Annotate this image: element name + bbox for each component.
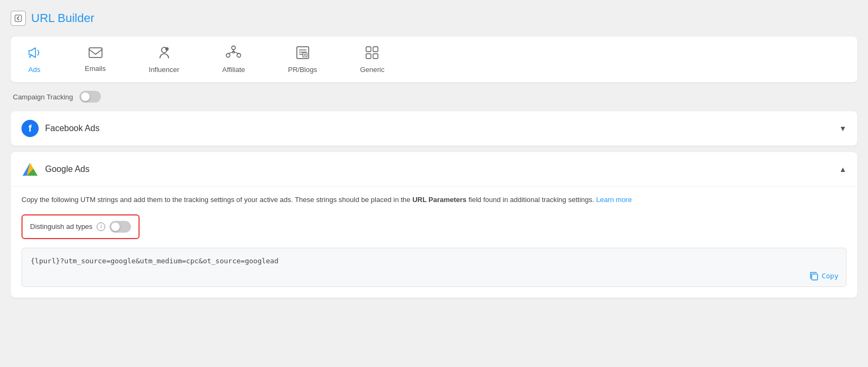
header: URL Builder xyxy=(11,11,857,26)
google-ads-logo-icon xyxy=(21,161,39,178)
google-chevron-icon: ▲ xyxy=(839,165,847,174)
megaphone-icon xyxy=(27,45,42,62)
facebook-ads-title: Facebook Ads xyxy=(45,124,99,133)
facebook-icon: f xyxy=(21,120,39,137)
distinguish-ad-types-row: Distinguish ad types i xyxy=(21,214,140,239)
generic-icon xyxy=(364,45,380,62)
campaign-tracking-row: Campaign Tracking xyxy=(11,91,857,103)
back-button[interactable] xyxy=(11,11,26,26)
copy-label: Copy xyxy=(822,272,838,280)
google-ads-card: Google Ads ▲ Copy the following UTM stri… xyxy=(11,152,857,298)
svg-point-7 xyxy=(237,54,241,57)
svg-rect-2 xyxy=(89,48,102,57)
tab-pr-blogs-label: PR/Blogs xyxy=(288,66,317,74)
svg-rect-24 xyxy=(812,274,818,280)
svg-point-5 xyxy=(232,46,236,50)
svg-rect-0 xyxy=(15,15,21,21)
pr-blogs-icon xyxy=(295,45,310,62)
facebook-chevron-icon: ▼ xyxy=(839,124,847,133)
tab-ads[interactable]: Ads xyxy=(21,42,47,77)
tab-emails-label: Emails xyxy=(85,64,106,73)
tab-affiliate-label: Affiliate xyxy=(222,66,245,74)
svg-point-1 xyxy=(29,56,30,57)
description-text-2: field found in additional tracking setti… xyxy=(466,196,596,204)
campaign-tracking-toggle[interactable] xyxy=(79,91,101,103)
copy-button[interactable]: Copy xyxy=(809,271,838,281)
distinguish-info-icon[interactable]: i xyxy=(97,222,105,231)
tab-ads-label: Ads xyxy=(28,66,40,74)
page-title: URL Builder xyxy=(31,11,94,25)
svg-rect-14 xyxy=(303,53,307,57)
copy-icon xyxy=(809,271,819,281)
svg-rect-20 xyxy=(373,54,378,59)
page-wrapper: URL Builder Ads Email xyxy=(11,11,857,298)
google-ads-card-header[interactable]: Google Ads ▲ xyxy=(11,152,857,186)
distinguish-toggle[interactable] xyxy=(110,221,131,233)
google-ads-card-body: Copy the following UTM strings and add t… xyxy=(11,186,857,298)
affiliate-icon xyxy=(225,45,242,62)
tab-affiliate[interactable]: Affiliate xyxy=(217,42,250,77)
tab-influencer[interactable]: Influencer xyxy=(143,42,185,77)
facebook-ads-header-left: f Facebook Ads xyxy=(21,120,99,137)
description-bold: URL Parameters xyxy=(412,196,466,204)
distinguish-label: Distinguish ad types xyxy=(30,222,92,231)
tab-pr-blogs[interactable]: PR/Blogs xyxy=(283,42,323,77)
learn-more-link[interactable]: Learn more xyxy=(596,196,631,204)
svg-point-6 xyxy=(227,54,230,57)
svg-rect-19 xyxy=(366,54,371,59)
tabs-container: Ads Emails Infl xyxy=(11,37,857,82)
utm-string-box: {lpurl}?utm_source=google&utm_medium=cpc… xyxy=(21,248,847,287)
email-icon xyxy=(88,46,103,61)
utm-string-text: {lpurl}?utm_source=google&utm_medium=cpc… xyxy=(31,257,279,265)
facebook-ads-card: f Facebook Ads ▼ xyxy=(11,111,857,146)
facebook-ads-card-header[interactable]: f Facebook Ads ▼ xyxy=(11,111,857,146)
google-ads-header-left: Google Ads xyxy=(21,161,90,178)
tab-emails[interactable]: Emails xyxy=(79,43,111,76)
influencer-icon xyxy=(157,45,172,62)
google-ads-description: Copy the following UTM strings and add t… xyxy=(21,187,847,214)
tab-influencer-label: Influencer xyxy=(149,66,179,74)
campaign-tracking-label: Campaign Tracking xyxy=(13,93,73,101)
tab-generic-label: Generic xyxy=(360,66,385,74)
tab-generic[interactable]: Generic xyxy=(355,42,390,77)
google-ads-title: Google Ads xyxy=(45,164,90,174)
svg-rect-17 xyxy=(366,47,371,52)
description-text-1: Copy the following UTM strings and add t… xyxy=(21,196,412,204)
svg-rect-18 xyxy=(373,47,378,52)
